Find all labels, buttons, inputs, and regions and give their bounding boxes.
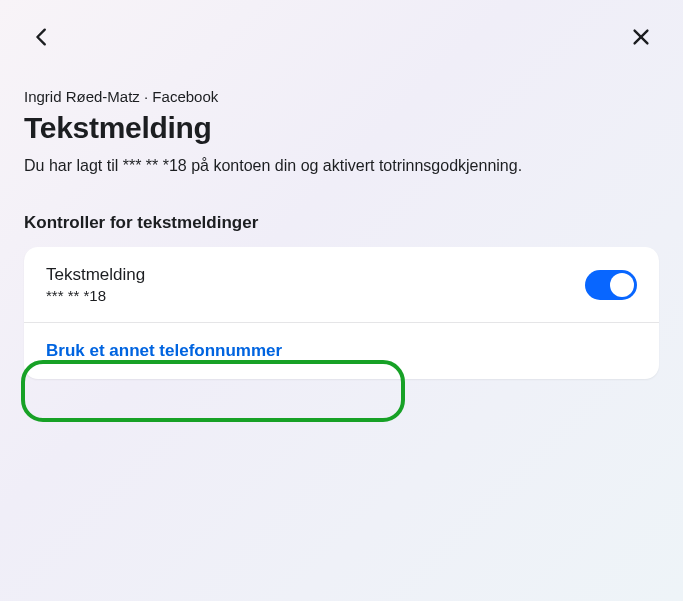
toggle-knob [610, 273, 634, 297]
sms-row-text: Tekstmelding *** ** *18 [46, 265, 145, 304]
breadcrumb: Ingrid Røed-Matz · Facebook [24, 88, 659, 105]
section-heading: Kontroller for tekstmeldinger [24, 213, 659, 233]
sms-controls-card: Tekstmelding *** ** *18 Bruk et annet te… [24, 247, 659, 379]
topbar [0, 0, 683, 64]
page-title: Tekstmelding [24, 111, 659, 145]
page-subtitle: Du har lagt til *** ** *18 på kontoen di… [24, 155, 659, 177]
chevron-left-icon [31, 26, 53, 51]
use-other-number-row[interactable]: Bruk et annet telefonnummer [24, 322, 659, 379]
close-button[interactable] [623, 20, 659, 56]
sms-row-label: Tekstmelding [46, 265, 145, 285]
main-content: Ingrid Røed-Matz · Facebook Tekstmelding… [0, 64, 683, 379]
use-other-number-link[interactable]: Bruk et annet telefonnummer [46, 341, 282, 361]
back-button[interactable] [24, 20, 60, 56]
sms-row-number: *** ** *18 [46, 287, 145, 304]
sms-toggle-row: Tekstmelding *** ** *18 [24, 247, 659, 322]
sms-toggle[interactable] [585, 270, 637, 300]
close-icon [630, 26, 652, 51]
